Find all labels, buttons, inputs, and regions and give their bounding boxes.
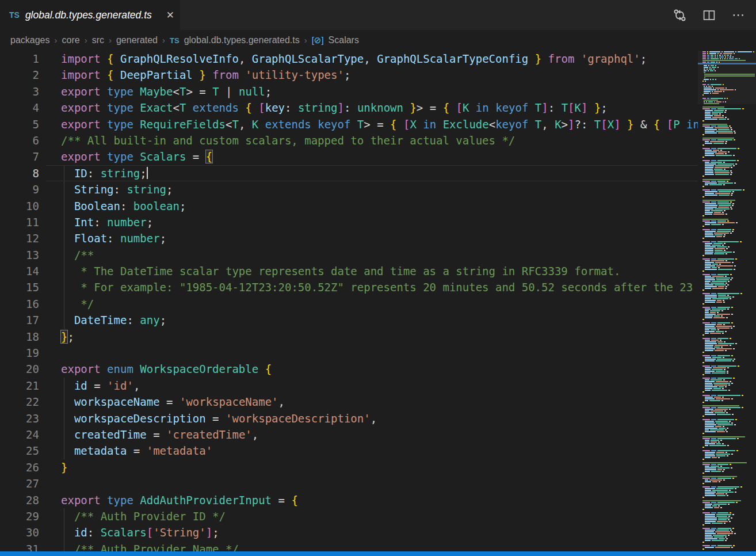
split-editor-icon[interactable] [702,9,716,22]
breadcrumb-item-core[interactable]: core [62,35,80,45]
code-line[interactable]: 8 ID: string; [0,165,756,181]
code-line[interactable]: 21 id = 'id', [0,378,756,394]
minimap-slider[interactable] [698,51,756,104]
code-line[interactable]: 4export type Exact<T extends { [key: str… [0,100,756,116]
code-line[interactable]: 13 /** [0,247,756,263]
code-line[interactable]: 24 createdTime = 'createdTime', [0,426,756,443]
typescript-file-icon: TS [170,36,180,45]
line-number: 15 [0,279,39,295]
line-number: 6 [0,132,39,148]
line-number: 3 [0,83,39,100]
code-line[interactable]: 17 DateTime: any; [0,312,756,328]
text-cursor [147,167,148,179]
line-number: 20 [0,361,39,377]
line-number: 26 [0,459,39,475]
code-line[interactable]: 23 workspaceDescription = 'workspaceDesc… [0,410,756,426]
code-line[interactable]: 26} [0,459,756,475]
code-line[interactable]: 31 /** Auth Provider Name */ [0,541,756,551]
line-number: 10 [0,198,39,214]
breadcrumb-item-generated[interactable]: generated [116,35,158,45]
line-number: 25 [0,443,39,459]
close-icon[interactable]: ✕ [166,9,174,21]
breadcrumb-item-packages[interactable]: packages [10,35,50,45]
code-line[interactable]: 19 [0,345,756,361]
code-line[interactable]: 6/** All built-in and custom scalars, ma… [0,132,756,148]
code-editor[interactable]: 1import { GraphQLResolveInfo, GraphQLSca… [0,51,756,551]
code-line[interactable]: 28export type AddAuthProviderInput = { [0,492,756,508]
code-line[interactable]: 15 * For example: "1985-04-12T23:20:50.5… [0,279,756,295]
chevron-right-icon: › [55,35,58,45]
line-number: 31 [0,541,39,551]
code-line[interactable]: 16 */ [0,296,756,312]
line-number: 19 [0,345,39,361]
code-line[interactable]: 11 Int: number; [0,214,756,230]
chevron-right-icon: › [304,35,307,45]
typescript-file-icon: TS [9,10,20,20]
line-number: 13 [0,247,39,263]
breadcrumb-item-symbol-scalars[interactable]: Scalars [329,35,359,45]
code-line[interactable]: 2import { DeepPartial } from 'utility-ty… [0,67,756,83]
code-line[interactable]: 7export type Scalars = { [0,148,756,165]
line-number: 4 [0,100,39,116]
line-number: 22 [0,394,39,410]
minimap[interactable] [698,51,756,551]
line-number: 9 [0,181,39,197]
code-line[interactable]: 18}; [0,329,756,345]
tab-strip-empty-space [180,0,673,30]
code-line[interactable]: 30 id: Scalars['String']; [0,524,756,540]
line-number: 29 [0,508,39,524]
line-number: 27 [0,475,39,492]
code-line[interactable]: 10 Boolean: boolean; [0,198,756,214]
line-number: 30 [0,524,39,540]
line-number: 23 [0,410,39,426]
line-number: 2 [0,67,39,83]
line-number: 5 [0,116,39,132]
line-number: 7 [0,148,39,165]
code-line[interactable]: 5export type RequireFields<T, K extends … [0,116,756,132]
code-line[interactable]: 1import { GraphQLResolveInfo, GraphQLSca… [0,51,756,67]
line-number: 16 [0,296,39,312]
status-bar [0,551,756,556]
code-area[interactable]: 1import { GraphQLResolveInfo, GraphQLSca… [0,51,756,551]
open-changes-icon[interactable] [673,9,686,22]
line-number: 1 [0,51,39,67]
symbol-type-icon: [⊘] [312,35,324,45]
chevron-right-icon: › [85,35,87,45]
more-actions-icon[interactable]: ⋯ [732,9,744,21]
code-line[interactable]: 22 workspaceName = 'workspaceName', [0,394,756,410]
code-line[interactable]: 27 [0,475,756,492]
line-number: 28 [0,492,39,508]
line-number: 12 [0,230,39,246]
line-number: 14 [0,263,39,279]
code-line[interactable]: 20export enum WorkspaceOrderable { [0,361,756,377]
breadcrumb-item-filename[interactable]: global.db.types.generated.ts [184,35,300,45]
breadcrumb: packages › core › src › generated › TS g… [0,30,756,51]
code-line[interactable]: 25 metadata = 'metadata' [0,443,756,459]
line-number: 17 [0,312,39,328]
code-line[interactable]: 3export type Maybe<T> = T | null; [0,83,756,100]
tab-title: global.db.types.generated.ts [25,9,152,21]
chevron-right-icon: › [109,35,112,45]
line-number: 18 [0,329,39,345]
code-line[interactable]: 29 /** Auth Provider ID */ [0,508,756,524]
line-number: 24 [0,426,39,443]
code-line[interactable]: 14 * The DateTime scalar type represents… [0,263,756,279]
line-number: 21 [0,378,39,394]
code-line[interactable]: 9 String: string; [0,181,756,197]
line-number: 11 [0,214,39,230]
code-line[interactable]: 12 Float: number; [0,230,756,246]
minimap-current-line-marker [698,63,756,64]
line-number: 8 [0,165,39,181]
chevron-right-icon: › [162,35,165,45]
tab-global-db-types-generated[interactable]: TS global.db.types.generated.ts ✕ [0,0,180,30]
breadcrumb-item-src[interactable]: src [92,35,104,45]
editor-tab-bar: TS global.db.types.generated.ts ✕ ⋯ [0,0,756,30]
